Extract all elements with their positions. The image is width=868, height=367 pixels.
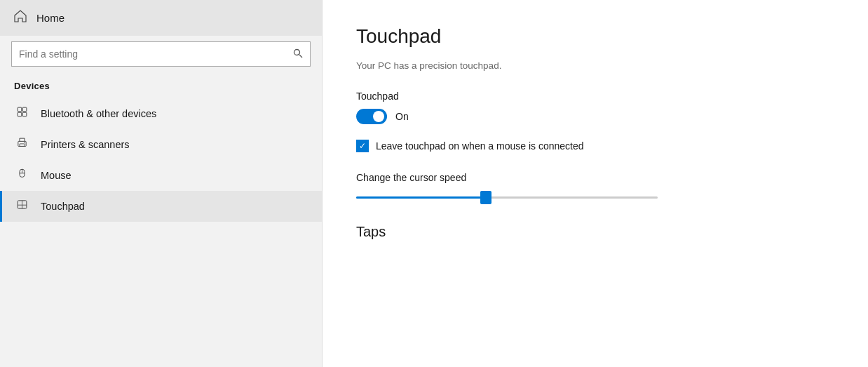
touchpad-label: Touchpad — [41, 201, 85, 212]
svg-rect-7 — [19, 144, 24, 147]
search-input[interactable] — [19, 48, 293, 60]
cursor-speed-label: Change the cursor speed — [356, 172, 834, 183]
printers-label: Printers & scanners — [41, 139, 130, 150]
svg-rect-4 — [18, 112, 22, 116]
slider-track — [356, 196, 658, 199]
mouse-icon — [14, 168, 29, 183]
svg-point-0 — [294, 49, 300, 55]
page-title: Touchpad — [356, 25, 834, 48]
checkbox-row: ✓ Leave touchpad on when a mouse is conn… — [356, 140, 834, 152]
home-icon — [14, 10, 27, 26]
sidebar-nav: Bluetooth & other devices Printers & sca… — [0, 98, 322, 222]
checkbox-label: Leave touchpad on when a mouse is connec… — [376, 140, 584, 152]
main-content: Touchpad Your PC has a precision touchpa… — [323, 0, 868, 367]
slider-section: Change the cursor speed — [356, 172, 834, 204]
svg-line-1 — [299, 55, 302, 58]
sidebar-item-bluetooth[interactable]: Bluetooth & other devices — [0, 98, 322, 129]
touchpad-toggle[interactable] — [356, 109, 387, 124]
search-box — [11, 41, 311, 67]
check-icon: ✓ — [359, 142, 366, 150]
sidebar: Home Devices Bluetooth & — [0, 0, 323, 367]
toggle-row: On — [356, 109, 834, 124]
bluetooth-icon — [14, 106, 29, 121]
toggle-thumb — [373, 111, 384, 122]
printers-icon — [14, 137, 29, 152]
bluetooth-label: Bluetooth & other devices — [41, 108, 156, 119]
cursor-speed-slider-container — [356, 190, 658, 204]
sidebar-item-printers[interactable]: Printers & scanners — [0, 129, 322, 160]
slider-fill — [356, 196, 486, 199]
search-icon — [293, 48, 303, 60]
sidebar-item-mouse[interactable]: Mouse — [0, 160, 322, 191]
search-container — [0, 36, 322, 76]
leave-touchpad-checkbox[interactable]: ✓ — [356, 140, 369, 152]
sidebar-home-button[interactable]: Home — [0, 0, 322, 36]
mouse-label: Mouse — [41, 170, 72, 181]
svg-rect-5 — [22, 112, 27, 116]
slider-thumb[interactable] — [480, 191, 491, 204]
svg-rect-3 — [22, 107, 27, 112]
svg-point-8 — [24, 142, 25, 143]
sidebar-item-touchpad[interactable]: Touchpad — [0, 191, 322, 222]
home-label: Home — [36, 12, 65, 24]
touchpad-section-label: Touchpad — [356, 91, 834, 102]
taps-title: Taps — [356, 224, 834, 240]
toggle-state-label: On — [395, 111, 409, 122]
sidebar-section-title: Devices — [0, 76, 322, 98]
touchpad-icon — [14, 199, 29, 214]
svg-rect-2 — [18, 107, 22, 112]
page-subtitle: Your PC has a precision touchpad. — [356, 60, 834, 71]
